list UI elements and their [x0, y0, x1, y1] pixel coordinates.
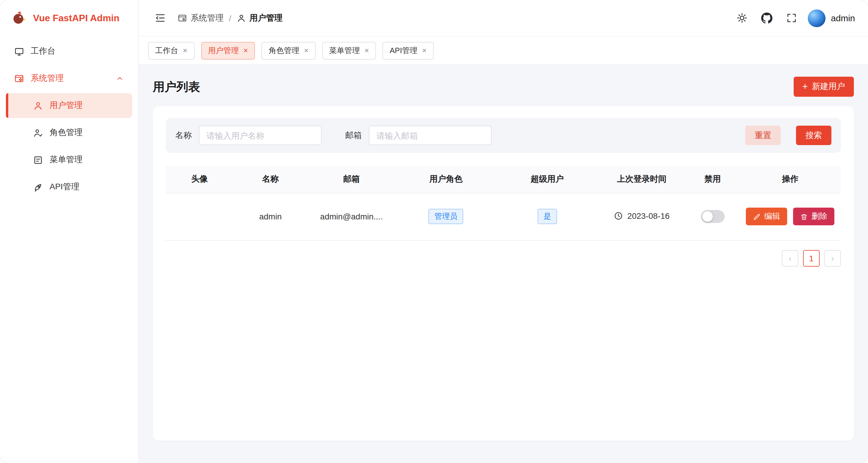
breadcrumb-separator: / [229, 13, 231, 23]
page-number-button[interactable]: 1 [803, 250, 819, 266]
collapse-sidebar-icon[interactable] [152, 10, 168, 26]
sidebar-item-label: 工作台 [31, 46, 56, 57]
topbar-actions: admin [734, 9, 855, 27]
close-icon[interactable]: × [183, 46, 187, 54]
superuser-tag: 是 [537, 209, 557, 224]
tab-bar: 工作台 × 用户管理 × 角色管理 × 菜单管理 × API管理 × [139, 37, 868, 65]
app-logo[interactable]: Vue FastAPI Admin [0, 0, 138, 37]
column-avatar: 头像 [166, 166, 234, 193]
system-icon [178, 13, 187, 23]
tab-label: 角色管理 [269, 45, 299, 56]
page-header: 用户列表 + 新建用户 [139, 65, 868, 106]
disabled-cell [686, 193, 740, 240]
sidebar-item-label: API管理 [50, 181, 80, 192]
sidebar-item-label: 菜单管理 [50, 155, 83, 165]
breadcrumb-label: 用户管理 [250, 13, 283, 23]
tab-label: 菜单管理 [329, 45, 360, 56]
chevron-left-icon: ‹ [788, 253, 792, 263]
role-tag: 管理员 [428, 209, 463, 224]
email-cell: admin@admin.... [307, 193, 395, 240]
delete-label: 删除 [811, 211, 827, 222]
delete-button[interactable]: 删除 [793, 208, 834, 225]
avatar [808, 9, 826, 27]
column-actions: 操作 [740, 166, 841, 193]
username: admin [831, 13, 855, 23]
top-header: 系统管理 / 用户管理 a [139, 0, 868, 37]
breadcrumb-item-user[interactable]: 用户管理 [237, 13, 283, 23]
user-icon [237, 13, 246, 23]
chevron-right-icon: › [831, 253, 834, 263]
edit-label: 编辑 [764, 211, 780, 222]
sidebar: Vue FastAPI Admin 工作台 系统管理 [0, 0, 139, 463]
name-filter-input[interactable] [199, 126, 321, 145]
fullscreen-icon[interactable] [783, 10, 800, 26]
tab-api-management[interactable]: API管理 × [383, 41, 434, 59]
sidebar-item-label: 用户管理 [50, 100, 83, 111]
table-row: admin admin@admin.... 管理员 是 [166, 193, 841, 240]
filter-actions: 重置 搜索 [745, 126, 831, 145]
disabled-toggle[interactable] [701, 210, 724, 223]
sidebar-item-label: 系统管理 [31, 73, 64, 84]
last-login-value: 2023-08-16 [627, 211, 670, 220]
user-list-card: 名称 邮箱 重置 搜索 头像 [153, 106, 854, 440]
app-window: Vue FastAPI Admin 工作台 系统管理 [0, 0, 868, 463]
toggle-knob [702, 211, 713, 222]
next-page-button[interactable]: › [824, 250, 841, 266]
clock-icon [614, 211, 623, 220]
workbench-icon [14, 46, 24, 56]
email-filter-input[interactable] [369, 126, 492, 145]
search-button[interactable]: 搜索 [796, 126, 831, 145]
filter-bar: 名称 邮箱 重置 搜索 [166, 118, 841, 153]
prev-page-button[interactable]: ‹ [782, 250, 798, 266]
users-table: 头像 名称 邮箱 用户角色 超级用户 上次登录时间 禁用 操作 [166, 166, 841, 240]
pencil-icon [753, 212, 761, 220]
sidebar-item-api-management[interactable]: API管理 [6, 174, 132, 199]
close-icon[interactable]: × [243, 46, 248, 54]
chevron-up-icon [116, 74, 124, 82]
close-icon[interactable]: × [365, 46, 369, 54]
name-filter-label: 名称 [175, 130, 192, 141]
sidebar-submenu-system: 用户管理 角色管理 菜单管理 [6, 93, 132, 199]
column-last-login: 上次登录时间 [598, 166, 685, 193]
email-filter-label: 邮箱 [345, 130, 362, 141]
column-role: 用户角色 [395, 166, 497, 193]
close-icon[interactable]: × [304, 46, 308, 54]
sidebar-item-role-management[interactable]: 角色管理 [6, 120, 132, 145]
tab-user-management[interactable]: 用户管理 × [201, 41, 255, 59]
github-icon[interactable] [758, 10, 775, 26]
breadcrumb: 系统管理 / 用户管理 [178, 13, 283, 23]
table-header: 头像 名称 邮箱 用户角色 超级用户 上次登录时间 禁用 操作 [166, 166, 841, 193]
plus-icon: + [802, 82, 808, 91]
sidebar-item-menu-management[interactable]: 菜单管理 [6, 147, 132, 172]
tab-label: 工作台 [155, 45, 178, 56]
tab-label: API管理 [390, 45, 417, 56]
new-user-label: 新建用户 [812, 81, 845, 92]
edit-button[interactable]: 编辑 [746, 208, 787, 225]
user-icon [33, 101, 43, 110]
app-title: Vue FastAPI Admin [33, 13, 120, 24]
column-email: 邮箱 [307, 166, 395, 193]
tab-role-management[interactable]: 角色管理 × [261, 41, 315, 59]
main-area: 系统管理 / 用户管理 a [139, 0, 868, 463]
role-icon [33, 128, 43, 138]
name-cell: admin [234, 193, 308, 240]
tab-workbench[interactable]: 工作台 × [148, 41, 194, 59]
actions-cell: 编辑 删除 [740, 193, 841, 240]
tab-menu-management[interactable]: 菜单管理 × [322, 41, 376, 59]
breadcrumb-item-system[interactable]: 系统管理 [178, 13, 224, 23]
menu-icon [33, 155, 43, 165]
theme-toggle-icon[interactable] [734, 10, 750, 26]
user-menu[interactable]: admin [808, 9, 855, 27]
page-content: 用户列表 + 新建用户 名称 邮箱 重置 搜索 [139, 65, 868, 463]
api-icon [33, 182, 43, 192]
sidebar-menu: 工作台 系统管理 用户管理 [0, 37, 138, 204]
close-icon[interactable]: × [422, 46, 427, 54]
sidebar-item-workbench[interactable]: 工作台 [6, 39, 132, 64]
reset-button[interactable]: 重置 [745, 126, 781, 145]
sidebar-item-user-management[interactable]: 用户管理 [6, 93, 132, 118]
avatar-cell [166, 193, 234, 240]
breadcrumb-label: 系统管理 [191, 13, 224, 23]
rooster-logo-icon [11, 10, 27, 27]
new-user-button[interactable]: + 新建用户 [793, 77, 854, 97]
sidebar-item-system[interactable]: 系统管理 [6, 66, 132, 91]
